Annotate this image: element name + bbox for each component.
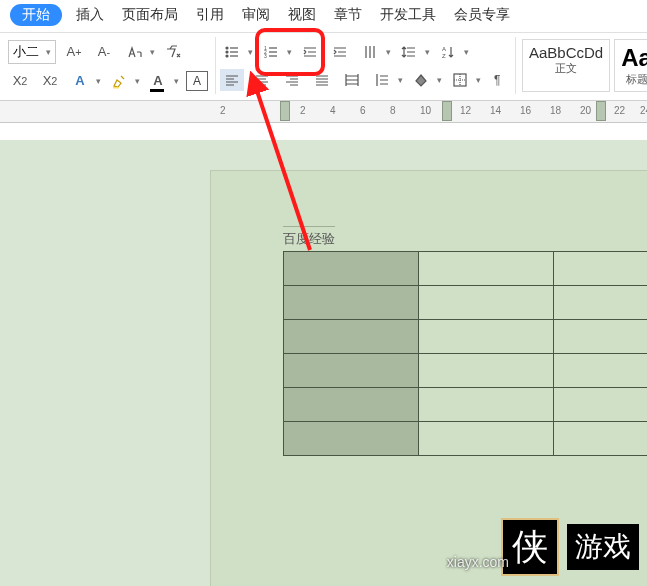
table-cell[interactable] [554,320,648,354]
table-cell[interactable] [419,252,554,286]
tab-reference[interactable]: 引用 [196,6,224,24]
chevron-down-icon[interactable]: ▾ [398,75,403,85]
subscript-icon[interactable]: X2 [38,70,62,92]
increase-indent-icon[interactable] [328,41,352,63]
table-row [284,286,648,320]
change-case-icon[interactable] [122,41,146,63]
chevron-down-icon[interactable]: ▾ [248,47,253,57]
chevron-down-icon[interactable]: ▾ [150,47,155,57]
table-cell[interactable] [554,286,648,320]
ruler-marker[interactable] [596,101,606,121]
svg-point-2 [226,51,228,53]
ruler-num: 8 [390,105,396,116]
document-table[interactable] [283,251,647,456]
text-direction-icon[interactable] [358,41,382,63]
clear-format-icon[interactable] [161,41,185,63]
ruler-num: 6 [360,105,366,116]
shrink-font-icon[interactable]: A- [92,41,116,63]
font-group: 小二 ▾ A+ A- ▾ X2 X2 A ▾ ▾ A ▾ A [2,37,216,94]
table-cell[interactable] [284,286,419,320]
table-row [284,354,648,388]
align-right-icon[interactable] [280,69,304,91]
svg-text:3: 3 [264,53,267,59]
style-name-label: 标题 [626,72,647,87]
table-cell[interactable] [554,422,648,456]
tab-view[interactable]: 视图 [288,6,316,24]
tab-pagelayout[interactable]: 页面布局 [122,6,178,24]
table-cell[interactable] [284,252,419,286]
shading-icon[interactable] [409,69,433,91]
svg-point-3 [226,55,228,57]
bullet-list-icon[interactable] [220,41,244,63]
align-justify-icon[interactable] [310,69,334,91]
grow-font-icon[interactable]: A+ [62,41,86,63]
table-cell[interactable] [284,320,419,354]
chevron-down-icon[interactable]: ▾ [386,47,391,57]
ruler-num: 10 [420,105,431,116]
table-cell[interactable] [284,422,419,456]
table-row [284,252,648,286]
ruler-marker[interactable] [280,101,290,121]
table-cell[interactable] [419,388,554,422]
font-size-label: 小二 [13,43,39,61]
table-cell[interactable] [284,388,419,422]
tab-devtools[interactable]: 开发工具 [380,6,436,24]
ribbon-tabs: 开始 插入 页面布局 引用 审阅 视图 章节 开发工具 会员专享 [0,0,647,33]
highlight-icon[interactable] [107,70,131,92]
style-normal[interactable]: AaBbCcDd 正文 [522,39,610,92]
tab-review[interactable]: 审阅 [242,6,270,24]
ruler-num: 4 [330,105,336,116]
table-cell[interactable] [419,320,554,354]
chevron-down-icon[interactable]: ▾ [425,47,430,57]
chevron-down-icon[interactable]: ▾ [437,75,442,85]
align-left-icon[interactable] [220,69,244,91]
table-cell[interactable] [554,252,648,286]
tab-member[interactable]: 会员专享 [454,6,510,24]
line-spacing-icon[interactable] [397,41,421,63]
style-sample-text: AaBbCcDd [529,44,603,61]
table-cell[interactable] [554,354,648,388]
horizontal-ruler[interactable]: 2 2 4 6 8 10 12 14 16 18 20 22 24 [0,101,647,123]
tab-insert[interactable]: 插入 [76,6,104,24]
sort-icon[interactable]: AZ [436,41,460,63]
table-cell[interactable] [419,422,554,456]
font-size-select[interactable]: 小二 ▾ [8,40,56,64]
table-cell[interactable] [419,354,554,388]
table-cell[interactable] [554,388,648,422]
chevron-down-icon: ▾ [46,47,51,57]
table-row [284,388,648,422]
align-distribute-icon[interactable] [340,69,364,91]
table-cell[interactable] [284,354,419,388]
svg-point-1 [226,47,228,49]
superscript-icon[interactable]: X2 [8,70,32,92]
ruler-num: 12 [460,105,471,116]
watermark: xiayx.com 侠 游戏 [501,518,639,576]
table-cell[interactable] [419,286,554,320]
chevron-down-icon[interactable]: ▾ [174,76,179,86]
svg-text:Z: Z [442,53,446,59]
svg-rect-0 [113,87,119,89]
chevron-down-icon[interactable]: ▾ [464,47,469,57]
ruler-num: 22 [614,105,625,116]
tab-section[interactable]: 章节 [334,6,362,24]
watermark-url: xiayx.com [447,554,509,570]
font-color-icon[interactable]: A [146,70,170,92]
show-marks-icon[interactable]: ¶ [487,69,511,91]
numbered-list-icon[interactable]: 123 [259,41,283,63]
ruler-num: 2 [300,105,306,116]
ruler-marker[interactable] [442,101,452,121]
chevron-down-icon[interactable]: ▾ [135,76,140,86]
text-effect-icon[interactable]: A [68,70,92,92]
align-center-icon[interactable] [250,69,274,91]
chevron-down-icon[interactable]: ▾ [96,76,101,86]
borders-icon[interactable] [448,69,472,91]
decrease-indent-icon[interactable] [298,41,322,63]
paragraph-spacing-icon[interactable] [370,69,394,91]
chevron-down-icon[interactable]: ▾ [287,47,292,57]
style-heading[interactable]: Aa 标题 [614,39,647,92]
tab-start[interactable]: 开始 [10,4,62,26]
page-text[interactable]: 百度经验 [283,226,335,248]
chevron-down-icon[interactable]: ▾ [476,75,481,85]
ruler-num: 2 [220,105,226,116]
character-border-icon[interactable]: A [185,70,209,92]
